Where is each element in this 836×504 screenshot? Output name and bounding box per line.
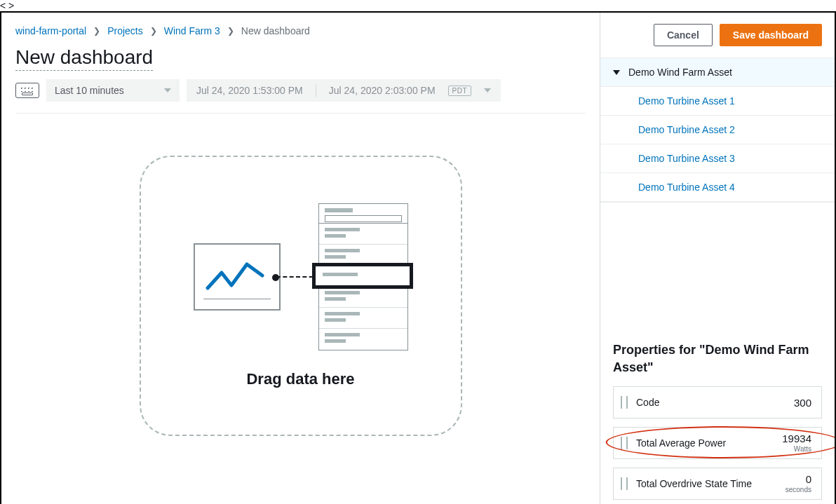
timezone-badge: PDT xyxy=(448,86,472,96)
chevron-right-icon: ❯ xyxy=(93,26,100,36)
side-action-bar: Cancel Save dashboard xyxy=(600,13,835,58)
chart-icon xyxy=(194,243,281,311)
caret-down-icon xyxy=(613,70,620,75)
time-range-bar: Last 10 minutes Jul 24, 2020 1:53:00 PM … xyxy=(15,79,586,102)
breadcrumb-root[interactable]: wind-farm-portal xyxy=(15,25,86,36)
cancel-button[interactable]: Cancel xyxy=(654,24,713,46)
property-label: Total Overdrive State Time xyxy=(636,478,786,489)
chevron-right-icon: ❯ xyxy=(150,26,157,36)
breadcrumb: wind-farm-portal ❯ Projects ❯ Wind Farm … xyxy=(15,21,586,43)
page-title[interactable]: New dashboard xyxy=(15,46,153,71)
time-start: Jul 24, 2020 1:53:00 PM xyxy=(196,85,303,96)
property-label: Total Average Power xyxy=(636,437,782,449)
save-dashboard-button[interactable]: Save dashboard xyxy=(720,24,822,46)
keyboard-icon[interactable] xyxy=(15,83,39,98)
time-range-select[interactable]: Last 10 minutes xyxy=(46,79,180,102)
caret-down-icon xyxy=(164,88,171,93)
asset-tree-child[interactable]: Demo Turbine Asset 4 xyxy=(600,173,835,202)
properties-panel: Properties for "Demo Wind Farm Asset" Co… xyxy=(600,330,835,504)
asset-tree: Demo Wind Farm Asset Demo Turbine Asset … xyxy=(600,58,835,203)
property-row-total-overdrive-state-time[interactable]: Total Overdrive State Time 0 seconds xyxy=(613,468,822,500)
property-value: 0 xyxy=(786,474,811,484)
asset-tree-parent-label: Demo Wind Farm Asset xyxy=(628,67,732,78)
property-unit: Watts xyxy=(782,445,811,453)
divider xyxy=(15,113,586,114)
asset-tree-parent[interactable]: Demo Wind Farm Asset xyxy=(600,58,835,87)
asset-tree-child[interactable]: Demo Turbine Asset 3 xyxy=(600,144,835,173)
dropzone-label: Drag data here xyxy=(246,370,354,388)
drag-handle-icon[interactable] xyxy=(621,437,628,449)
property-label: Code xyxy=(636,397,794,408)
asset-tree-child[interactable]: Demo Turbine Asset 1 xyxy=(600,87,835,116)
chevron-right-icon: ❯ xyxy=(227,26,234,36)
time-end: Jul 24, 2020 2:03:00 PM xyxy=(329,85,436,96)
list-icon xyxy=(318,203,408,350)
time-range-label: Last 10 minutes xyxy=(55,85,124,96)
breadcrumb-farm[interactable]: Wind Farm 3 xyxy=(164,25,220,36)
asset-tree-child[interactable]: Demo Turbine Asset 2 xyxy=(600,116,835,144)
properties-title: Properties for "Demo Wind Farm Asset" xyxy=(613,341,822,376)
drag-handle-icon[interactable] xyxy=(621,396,628,409)
property-value: 19934 xyxy=(782,433,811,444)
dashboard-dropzone[interactable]: Drag data here xyxy=(140,156,462,436)
caret-down-icon xyxy=(484,88,491,93)
property-row-total-average-power[interactable]: Total Average Power 19934 Watts xyxy=(613,427,822,459)
divider xyxy=(316,84,316,97)
drag-handle-icon[interactable] xyxy=(621,477,628,490)
breadcrumb-projects[interactable]: Projects xyxy=(107,25,143,36)
property-row-code[interactable]: Code 300 xyxy=(613,386,822,418)
property-value: 300 xyxy=(794,397,811,408)
property-unit: seconds xyxy=(786,486,811,493)
breadcrumb-current: New dashboard xyxy=(241,25,310,36)
dropzone-illustration xyxy=(194,203,408,350)
time-absolute-range[interactable]: Jul 24, 2020 1:53:00 PM Jul 24, 2020 2:0… xyxy=(187,79,501,102)
